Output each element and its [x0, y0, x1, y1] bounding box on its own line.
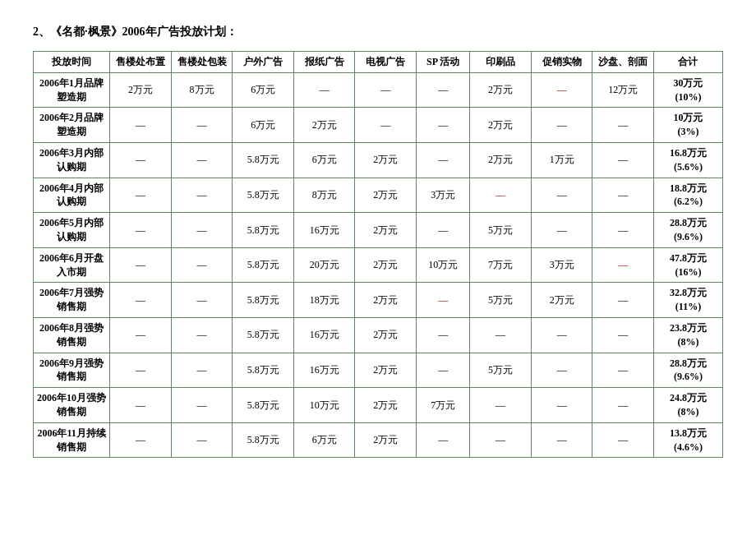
- cell-outdoor-8: 5.8万元: [233, 353, 294, 388]
- table-header-row: 投放时间售楼处布置售楼处包装户外广告报纸广告电视广告SP 活动印刷品促销实物沙盘…: [34, 52, 723, 73]
- cell-sale_pkg-1: —: [171, 108, 233, 143]
- cell-print-2: 2万元: [470, 142, 532, 178]
- cell-sale_pkg-6: —: [171, 283, 233, 318]
- cell-sale_pkg-10: —: [171, 422, 233, 458]
- table-row: 2006年3月内部认购期——5.8万元6万元2万元—2万元1万元—16.8万元(…: [34, 142, 723, 178]
- cell-sand-5: —: [592, 247, 654, 283]
- row-time-6: 2006年7月强势销售期: [34, 283, 110, 318]
- cell-newspaper-7: 16万元: [293, 317, 355, 353]
- cell-newspaper-0: —: [293, 72, 355, 108]
- cell-print-4: 5万元: [470, 213, 532, 248]
- cell-sand-8: —: [592, 353, 654, 388]
- cell-print-9: —: [470, 388, 532, 423]
- col-header-2: 售楼处包装: [171, 52, 233, 73]
- col-header-7: 印刷品: [470, 52, 532, 73]
- row-time-1: 2006年2月品牌塑造期: [34, 108, 110, 143]
- row-time-10: 2006年11月持续销售期: [34, 422, 110, 458]
- cell-newspaper-4: 16万元: [293, 213, 355, 248]
- cell-total-7: 23.8万元(8%): [653, 317, 722, 353]
- cell-sale_place-3: —: [110, 178, 172, 213]
- cell-sale_place-1: —: [110, 108, 172, 143]
- cell-promo-5: 3万元: [531, 247, 592, 283]
- cell-print-8: 5万元: [470, 353, 532, 388]
- cell-print-10: —: [470, 422, 532, 458]
- cell-sp-0: —: [417, 72, 470, 108]
- cell-sale_place-2: —: [110, 142, 172, 178]
- cell-promo-0: —: [531, 72, 592, 108]
- cell-sale_pkg-2: —: [171, 142, 233, 178]
- table-row: 2006年6月开盘入市期——5.8万元20万元2万元10万元7万元3万元—47.…: [34, 247, 723, 283]
- cell-promo-1: —: [531, 108, 592, 143]
- row-time-7: 2006年8月强势销售期: [34, 317, 110, 353]
- cell-outdoor-9: 5.8万元: [233, 388, 294, 423]
- cell-newspaper-6: 18万元: [293, 283, 355, 318]
- cell-newspaper-5: 20万元: [293, 247, 355, 283]
- cell-sand-2: —: [592, 142, 654, 178]
- col-header-9: 沙盘、剖面: [592, 52, 654, 73]
- cell-promo-7: —: [531, 317, 592, 353]
- cell-sale_pkg-5: —: [171, 247, 233, 283]
- cell-tv-6: 2万元: [355, 283, 417, 318]
- cell-outdoor-1: 6万元: [233, 108, 294, 143]
- cell-tv-1: —: [355, 108, 417, 143]
- cell-tv-2: 2万元: [355, 142, 417, 178]
- cell-total-2: 16.8万元(5.6%): [653, 142, 722, 178]
- cell-promo-4: —: [531, 213, 592, 248]
- cell-tv-4: 2万元: [355, 213, 417, 248]
- cell-total-0: 30万元(10%): [653, 72, 722, 108]
- cell-sale_pkg-0: 8万元: [171, 72, 233, 108]
- row-time-9: 2006年10月强势销售期: [34, 388, 110, 423]
- cell-sale_place-6: —: [110, 283, 172, 318]
- cell-newspaper-10: 6万元: [293, 422, 355, 458]
- cell-outdoor-10: 5.8万元: [233, 422, 294, 458]
- table-row: 2006年1月品牌塑造期2万元8万元6万元———2万元—12万元30万元(10%…: [34, 72, 723, 108]
- cell-tv-10: 2万元: [355, 422, 417, 458]
- page-title: 2、《名都·枫景》2006年广告投放计划：: [33, 25, 723, 39]
- cell-outdoor-3: 5.8万元: [233, 178, 294, 213]
- cell-outdoor-7: 5.8万元: [233, 317, 294, 353]
- cell-total-6: 32.8万元(11%): [653, 283, 722, 318]
- col-header-5: 电视广告: [355, 52, 417, 73]
- cell-sand-10: —: [592, 422, 654, 458]
- title-prefix: 2、《名都·枫景》: [33, 25, 122, 38]
- ad-plan-table: 投放时间售楼处布置售楼处包装户外广告报纸广告电视广告SP 活动印刷品促销实物沙盘…: [33, 51, 723, 458]
- cell-sale_place-10: —: [110, 422, 172, 458]
- cell-sand-9: —: [592, 388, 654, 423]
- cell-sp-2: —: [417, 142, 470, 178]
- table-row: 2006年2月品牌塑造期——6万元2万元——2万元——10万元(3%): [34, 108, 723, 143]
- cell-sale_place-5: —: [110, 247, 172, 283]
- cell-sale_place-9: —: [110, 388, 172, 423]
- cell-sale_place-8: —: [110, 353, 172, 388]
- cell-sp-10: —: [417, 422, 470, 458]
- col-header-6: SP 活动: [417, 52, 470, 73]
- cell-tv-3: 2万元: [355, 178, 417, 213]
- col-header-1: 售楼处布置: [110, 52, 172, 73]
- cell-sp-9: 7万元: [417, 388, 470, 423]
- cell-outdoor-6: 5.8万元: [233, 283, 294, 318]
- cell-sp-4: —: [417, 213, 470, 248]
- cell-sale_pkg-8: —: [171, 353, 233, 388]
- cell-sand-7: —: [592, 317, 654, 353]
- cell-newspaper-3: 8万元: [293, 178, 355, 213]
- table-row: 2006年11月持续销售期——5.8万元6万元2万元————13.8万元(4.6…: [34, 422, 723, 458]
- cell-promo-2: 1万元: [531, 142, 592, 178]
- cell-sand-3: —: [592, 178, 654, 213]
- table-row: 2006年10月强势销售期——5.8万元10万元2万元7万元———24.8万元(…: [34, 388, 723, 423]
- cell-outdoor-2: 5.8万元: [233, 142, 294, 178]
- row-time-5: 2006年6月开盘入市期: [34, 247, 110, 283]
- cell-sp-6: —: [417, 283, 470, 318]
- cell-tv-8: 2万元: [355, 353, 417, 388]
- cell-print-6: 5万元: [470, 283, 532, 318]
- cell-outdoor-5: 5.8万元: [233, 247, 294, 283]
- cell-sand-4: —: [592, 213, 654, 248]
- col-header-4: 报纸广告: [293, 52, 355, 73]
- cell-newspaper-8: 16万元: [293, 353, 355, 388]
- cell-total-4: 28.8万元(9.6%): [653, 213, 722, 248]
- row-time-2: 2006年3月内部认购期: [34, 142, 110, 178]
- cell-total-8: 28.8万元(9.6%): [653, 353, 722, 388]
- col-header-8: 促销实物: [531, 52, 592, 73]
- cell-newspaper-2: 6万元: [293, 142, 355, 178]
- cell-total-9: 24.8万元(8%): [653, 388, 722, 423]
- cell-tv-7: 2万元: [355, 317, 417, 353]
- cell-newspaper-9: 10万元: [293, 388, 355, 423]
